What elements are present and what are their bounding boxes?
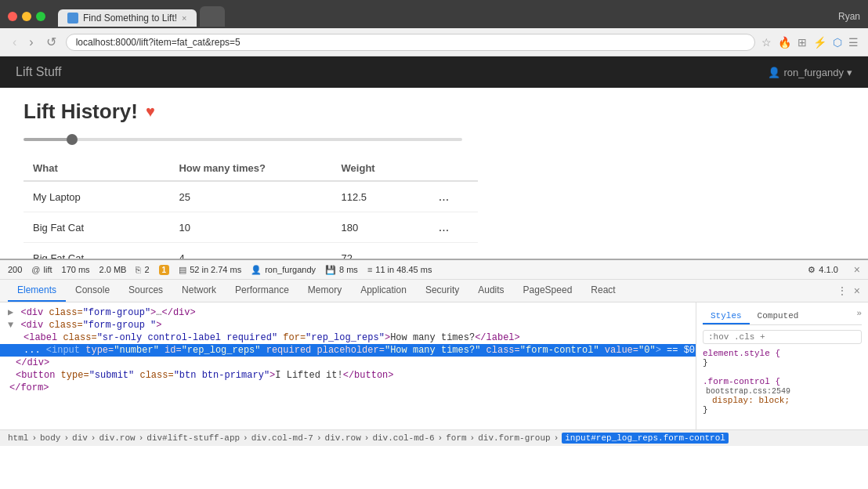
bc-body[interactable]: body xyxy=(40,433,60,443)
tab-title: Find Something to Lift! xyxy=(83,13,177,24)
html-line-5: <button type="submit" class="btn btn-pri… xyxy=(0,369,696,382)
bc-row2[interactable]: div.row xyxy=(325,433,361,443)
styles-filter-input[interactable] xyxy=(708,332,856,342)
styles-more-icon[interactable]: » xyxy=(856,309,862,324)
devtools-more-icon[interactable]: ⋮ xyxy=(837,284,848,297)
tab-pagespeed[interactable]: PageSpeed xyxy=(514,280,582,302)
computed-tab[interactable]: Computed xyxy=(750,309,807,324)
page-title-text: Lift History! xyxy=(24,100,138,124)
elements-panel: ▶ <div class="form-group">…</div> ▼ <div… xyxy=(0,302,696,429)
user-stat-icon: 👤 xyxy=(251,265,262,275)
cell-actions[interactable]: ... xyxy=(429,243,478,259)
devtools-close-button[interactable]: × xyxy=(854,263,860,276)
bc-formgroup[interactable]: div.form-group xyxy=(478,433,550,443)
cell-actions[interactable]: ... xyxy=(429,212,478,243)
heart-icon: ♥ xyxy=(146,103,155,121)
tab-close-button[interactable]: × xyxy=(182,13,186,23)
bookmark-icon[interactable]: ☆ xyxy=(761,36,772,49)
devtools-panel: 200 @ lift 170 ms 2.0 MB ⎘ 2 1 ▤ 52 in 2… xyxy=(0,259,868,429)
user-dropdown-icon: ▾ xyxy=(847,67,852,78)
html-line-6: </form> xyxy=(0,382,696,394)
html-line-1: ▶ <div class="form-group">…</div> xyxy=(0,306,696,319)
forward-button[interactable]: › xyxy=(26,35,36,49)
tab-network[interactable]: Network xyxy=(172,280,226,302)
bc-form[interactable]: form xyxy=(446,433,466,443)
cell-actions[interactable]: ... xyxy=(429,181,478,212)
tab-console[interactable]: Console xyxy=(66,280,119,302)
new-tab-button[interactable] xyxy=(200,6,225,27)
devtools-close-panel-icon[interactable]: × xyxy=(854,284,860,297)
address-bar: ‹ › ↺ ☆ 🔥 ⊞ ⚡ ⬡ ☰ xyxy=(0,28,868,56)
cell-weight: 72 xyxy=(332,243,429,259)
cell-what: My Laptop xyxy=(24,181,169,212)
table-row: Big Fat Cat 4 72 ... xyxy=(24,243,478,259)
queries-icon: ▤ xyxy=(179,265,186,275)
col-header-weight: Weight xyxy=(332,156,429,181)
db-stat: 💾 8 ms xyxy=(325,265,358,275)
toolbar-icons: ☆ 🔥 ⊞ ⚡ ⬡ ☰ xyxy=(761,36,859,49)
col-header-actions xyxy=(429,156,478,181)
bc-html[interactable]: html xyxy=(8,433,28,443)
devtools-status-bar: 200 @ lift 170 ms 2.0 MB ⎘ 2 1 ▤ 52 in 2… xyxy=(0,260,868,280)
menu-icon[interactable]: ☰ xyxy=(848,36,859,49)
layers-icon[interactable]: ⊞ xyxy=(797,36,807,49)
cell-what: Big Fat Cat xyxy=(24,243,169,259)
tab-react[interactable]: React xyxy=(581,280,624,302)
bc-row[interactable]: div.row xyxy=(99,433,135,443)
html-line-2: ▼ <div class="form-group "> xyxy=(0,319,696,331)
triangle-icon-1: ▶ xyxy=(8,307,13,318)
user-icon: 👤 xyxy=(768,67,780,78)
tab-performance[interactable]: Performance xyxy=(226,280,298,302)
back-button[interactable]: ‹ xyxy=(9,35,20,49)
breadcrumb-bar: html › body › div › div.row › div#lift-s… xyxy=(0,429,868,446)
styles-tab[interactable]: Styles xyxy=(703,309,750,324)
warning-icon[interactable]: ⚡ xyxy=(813,36,826,49)
url-bar[interactable] xyxy=(66,34,755,51)
close-button-traffic[interactable] xyxy=(8,12,17,21)
main-content-area: Lift History! ♥ What How many times? Wei… xyxy=(0,88,868,259)
devtools-tab-actions: ⋮ × xyxy=(837,280,860,302)
symfony-icon: ⚙ xyxy=(808,265,816,275)
cell-weight: 112.5 xyxy=(332,181,429,212)
bc-input-highlighted[interactable]: input#rep_log_reps.form-control xyxy=(562,433,729,444)
bc-div[interactable]: div xyxy=(72,433,88,443)
html-line-highlighted[interactable]: ... <input type="number" id="rep_log_rep… xyxy=(0,344,696,357)
route-stat: @ lift xyxy=(31,265,52,274)
app-navbar: Lift Stuff 👤 ron_furgandy ▾ xyxy=(0,56,868,88)
active-tab[interactable]: Find Something to Lift! × xyxy=(58,9,197,27)
tab-elements[interactable]: Elements xyxy=(8,280,66,302)
cell-what: Big Fat Cat xyxy=(24,212,169,243)
traffic-lights xyxy=(8,12,45,21)
bc-app[interactable]: div#lift-stuff-app xyxy=(146,433,240,443)
minimize-button-traffic[interactable] xyxy=(22,12,31,21)
cell-times: 10 xyxy=(169,212,331,243)
flame-icon[interactable]: 🔥 xyxy=(778,36,791,49)
warning-badge: 1 xyxy=(159,265,170,275)
triangle-icon-2: ▼ xyxy=(8,320,13,331)
tab-sources[interactable]: Sources xyxy=(119,280,172,302)
cell-times: 25 xyxy=(169,181,331,212)
bc-col7[interactable]: div.col-md-7 xyxy=(251,433,313,443)
main-content: Lift History! ♥ What How many times? Wei… xyxy=(0,88,868,259)
tab-application[interactable]: Application xyxy=(351,280,416,302)
bc-col6[interactable]: div.col-md-6 xyxy=(372,433,434,443)
lines-icon: ≡ xyxy=(367,265,372,274)
route-icon: @ xyxy=(31,265,40,274)
tab-security[interactable]: Security xyxy=(416,280,468,302)
maximize-button-traffic[interactable] xyxy=(36,12,45,21)
extension-icon[interactable]: ⬡ xyxy=(833,36,842,49)
lift-table: What How many times? Weight My Laptop 25… xyxy=(24,156,478,259)
table-row: My Laptop 25 112.5 ... xyxy=(24,181,478,212)
tab-audits[interactable]: Audits xyxy=(468,280,513,302)
app-username: ron_furgandy xyxy=(783,67,844,78)
app-brand: Lift Stuff xyxy=(16,65,61,79)
dt-version: ⚙ 4.1.0 xyxy=(808,265,837,275)
app-user-menu[interactable]: 👤 ron_furgandy ▾ xyxy=(768,67,852,78)
col-header-times: How many times? xyxy=(169,156,331,181)
queries-stat: ▤ 52 in 2.74 ms xyxy=(179,265,241,275)
refresh-button[interactable]: ↺ xyxy=(43,34,60,49)
style-rule-element: element.style { } xyxy=(703,349,862,368)
col-header-what: What xyxy=(24,156,169,181)
tab-memory[interactable]: Memory xyxy=(298,280,351,302)
range-slider[interactable] xyxy=(24,138,462,141)
